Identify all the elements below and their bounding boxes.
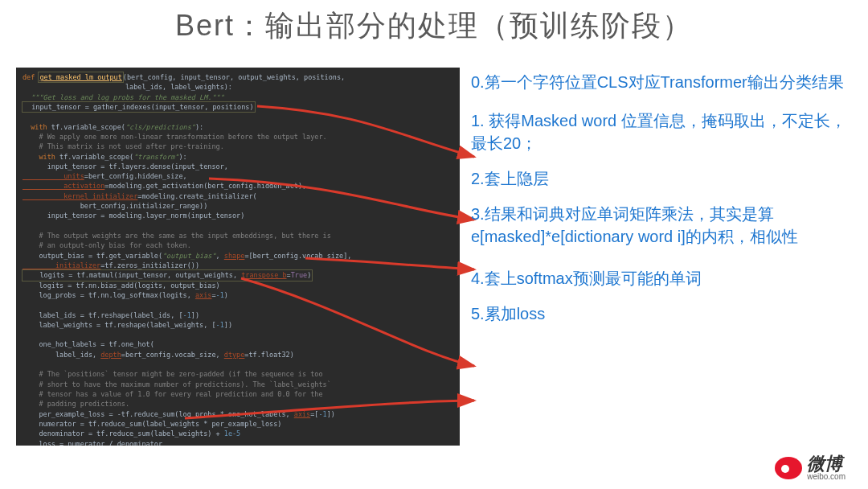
pel4: -1 <box>319 410 327 418</box>
ob3: , <box>216 252 224 260</box>
oh2d: dtype <box>224 351 245 359</box>
c3: # The output weights are the same as the… <box>23 232 331 240</box>
mm5: ) <box>307 271 311 279</box>
r2c: ]) <box>224 321 232 329</box>
annotation-0: 0.第一个字符位置CLS对应Transformer输出分类结果 <box>471 71 852 93</box>
oh2e: =tf.float32) <box>244 351 293 359</box>
code-block: def get_masked_lm_output(bert_config, in… <box>16 68 460 446</box>
r1a: label_ids = tf.reshape(label_ids, [ <box>23 311 183 319</box>
pel5: ]) <box>327 410 335 418</box>
init-k: initializer <box>23 261 100 269</box>
c7: # tensor has a value of 1.0 for every re… <box>23 390 323 398</box>
mm2: transpose_b <box>241 271 286 279</box>
oh2c: =bert_config.vocab_size, <box>121 351 224 359</box>
ba: logits = tf.nn.bias_add(logits, output_b… <box>23 281 220 290</box>
sm2: axis <box>195 291 211 299</box>
ki-v2: bert_config.initializer_range)) <box>23 202 207 210</box>
dense1: input_tensor = tf.layers.dense(input_ten… <box>23 162 228 171</box>
r2b: -1 <box>216 321 224 329</box>
ob4: shape <box>224 252 245 260</box>
oh2b: depth <box>100 351 121 359</box>
act-k: activation <box>23 182 104 190</box>
mm1: logits = tf.matmul(input_tensor, output_… <box>23 271 241 279</box>
units-v: =bert_config.hidden_size, <box>84 172 187 180</box>
c8: # padding predictions. <box>23 400 129 408</box>
ob5: =[bert_config.vocab_size], <box>244 252 351 260</box>
ki-v: =modeling.create_initializer( <box>137 192 256 200</box>
mm4: True <box>291 271 307 279</box>
c4: # an output-only bias for each token. <box>23 241 191 249</box>
scope1a: tf.variable_scope( <box>51 123 125 131</box>
sm5: ) <box>224 291 228 299</box>
loss-line: loss = numerator / denominator <box>23 440 162 446</box>
sm1: log_probs = tf.nn.log_softmax(logits, <box>23 291 195 299</box>
ln: input_tensor = modeling.layer_norm(input… <box>23 212 244 220</box>
annotation-3: 3.结果和词典对应单词矩阵乘法，其实是算e[masked]*e[dictiona… <box>471 203 852 248</box>
scope2a: tf.variable_scope( <box>59 153 133 161</box>
scope1b: "cls/predictions" <box>125 123 195 131</box>
weibo-en: weibo.com <box>807 473 845 481</box>
den1: denominator = tf.reduce_sum(label_weight… <box>23 429 224 438</box>
pel3: =[ <box>310 410 318 418</box>
pel1: per_example_loss = -tf.reduce_sum(log_pr… <box>23 410 294 418</box>
scope1c: ): <box>195 123 203 131</box>
scope2c: ): <box>178 153 186 161</box>
oh1: one_hot_labels = tf.one_hot( <box>23 340 154 348</box>
kw-def: def <box>23 73 39 81</box>
docstring: """Get loss and log probs for the masked… <box>23 93 224 101</box>
annotation-4: 4.套上softmax预测最可能的单词 <box>471 267 852 290</box>
kw-with2: with <box>23 153 59 161</box>
params2: label_ids, label_weights): <box>23 83 232 91</box>
oh2a: label_ids, <box>23 351 100 359</box>
annotation-5: 5.累加loss <box>471 302 852 325</box>
c1: # We apply one more non-linear transform… <box>23 133 327 141</box>
params1: (bert_config, input_tensor, output_weigh… <box>123 73 345 81</box>
r2a: label_weights = tf.reshape(label_weights… <box>23 321 216 329</box>
ob2: "output_bias" <box>162 252 216 260</box>
den2: 1e-5 <box>224 429 240 438</box>
c5: # The `positions` tensor might be zero-p… <box>23 370 323 378</box>
annotation-2: 2.套上隐层 <box>471 167 852 190</box>
ob1: output_bias = tf.get_variable( <box>23 252 162 260</box>
r1b: -1 <box>183 311 191 319</box>
c6: # short to have the maximum number of pr… <box>23 380 331 388</box>
pel2: axis <box>294 410 310 418</box>
func-name: get_masked_lm_output <box>39 72 122 82</box>
ki-k: kernel_initializer <box>23 192 137 200</box>
slide-title: Bert：输出部分的处理（预训练阶段） <box>0 6 868 46</box>
weibo-cn: 微博 <box>807 455 845 473</box>
annotation-list: 0.第一个字符位置CLS对应Transformer输出分类结果 1. 获得Mas… <box>471 68 852 338</box>
act-v: =modeling.get_activation(bert_config.hid… <box>104 182 306 190</box>
init-v: =tf.zeros_initializer()) <box>100 261 199 269</box>
units-k: units <box>23 172 84 180</box>
weibo-logo: 微博 weibo.com <box>775 455 845 481</box>
c2: # This matrix is not used after pre-trai… <box>23 142 224 150</box>
num-line: numerator = tf.reduce_sum(label_weights … <box>23 420 281 428</box>
kw-with1: with <box>23 123 51 131</box>
weibo-eye-icon <box>775 457 802 479</box>
annotation-1: 1. 获得Masked word 位置信息，掩码取出，不定长，最长20； <box>471 109 852 154</box>
sm4: -1 <box>216 291 224 299</box>
gather-line: input_tensor = gather_indexes(input_tens… <box>23 102 255 112</box>
scope2b: "transform" <box>133 153 178 161</box>
r1c: ]) <box>191 311 199 319</box>
